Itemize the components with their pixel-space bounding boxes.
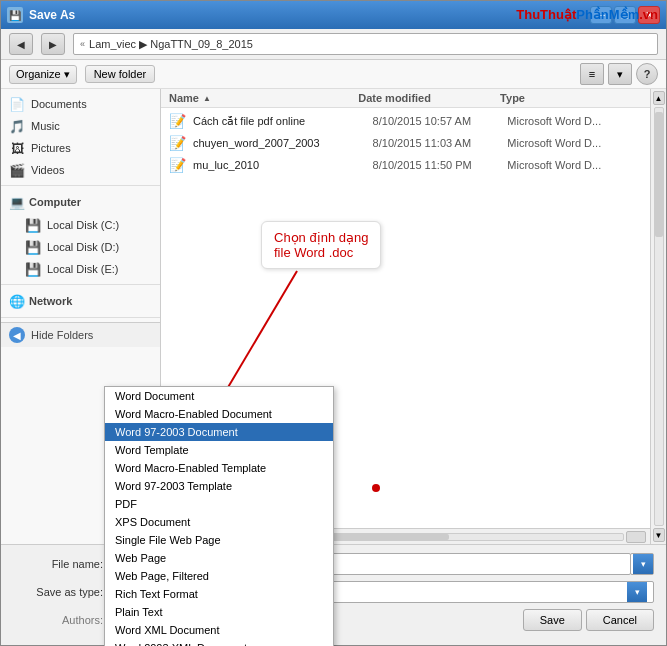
scroll-down-btn[interactable]: ▼: [653, 528, 665, 542]
minimize-button[interactable]: ─: [590, 6, 612, 24]
file-name-label: File name:: [13, 558, 103, 570]
sidebar-label-videos: Videos: [31, 164, 64, 176]
tooltip-bubble: Chọn định dạngfile Word .doc: [261, 221, 381, 269]
file-date-2: 8/10/2015 11:50 PM: [373, 159, 508, 171]
close-button[interactable]: ✕: [638, 6, 660, 24]
toolbar-right: ≡ ▾ ?: [580, 63, 658, 85]
dropdown-item[interactable]: Word Macro-Enabled Template: [105, 459, 333, 477]
window-controls: ─ □ ✕: [590, 6, 660, 24]
view-button[interactable]: ≡: [580, 63, 604, 85]
dropdown-item[interactable]: Word 2003 XML Document: [105, 639, 333, 646]
organize-label: Organize: [16, 68, 61, 80]
music-icon: 🎵: [9, 118, 25, 134]
window-icon: 💾: [7, 7, 23, 23]
address-bar[interactable]: « Lam_viec ▶ NgaTTN_09_8_2015: [73, 33, 658, 55]
dropdown-item[interactable]: Plain Text: [105, 603, 333, 621]
file-date-0: 8/10/2015 10:57 AM: [373, 115, 508, 127]
file-row[interactable]: 📝 chuyen_word_2007_2003 8/10/2015 11:03 …: [161, 132, 650, 154]
file-icon-1: 📝: [169, 135, 189, 151]
sidebar-item-local-c[interactable]: 💾 Local Disk (C:): [1, 214, 160, 236]
sidebar-section-network[interactable]: 🌐 Network: [1, 289, 160, 313]
window-title: Save As: [29, 8, 590, 22]
address-path: Lam_viec ▶ NgaTTN_09_8_2015: [89, 38, 253, 51]
v-scrollbar-track: [654, 107, 664, 526]
file-name-arrow-icon: ▾: [633, 554, 653, 574]
sidebar-item-local-e[interactable]: 💾 Local Disk (E:): [1, 258, 160, 280]
file-row[interactable]: 📝 Cách cắt file pdf online 8/10/2015 10:…: [161, 110, 650, 132]
organize-button[interactable]: Organize ▾: [9, 65, 77, 84]
sidebar-divider-1: [1, 185, 160, 186]
dropdown-item[interactable]: Web Page: [105, 549, 333, 567]
sidebar-label-pictures: Pictures: [31, 142, 71, 154]
sidebar-item-local-d[interactable]: 💾 Local Disk (D:): [1, 236, 160, 258]
file-icon-2: 📝: [169, 157, 189, 173]
sidebar-item-documents[interactable]: 📄 Documents: [1, 93, 160, 115]
dropdown-item[interactable]: Web Page, Filtered: [105, 567, 333, 585]
forward-button[interactable]: ▶: [41, 33, 65, 55]
dropdown-item[interactable]: Word Document: [105, 387, 333, 405]
file-type-1: Microsoft Word D...: [507, 137, 642, 149]
sidebar-section-computer[interactable]: 💻 Computer: [1, 190, 160, 214]
sidebar-label-music: Music: [31, 120, 60, 132]
save-as-type-dropdown: Word DocumentWord Macro-Enabled Document…: [104, 386, 334, 646]
disk-c-icon: 💾: [25, 217, 41, 233]
sidebar-item-pictures[interactable]: 🖼 Pictures: [1, 137, 160, 159]
dropdown-item[interactable]: PDF: [105, 495, 333, 513]
file-type-0: Microsoft Word D...: [507, 115, 642, 127]
file-name-1: chuyen_word_2007_2003: [193, 137, 373, 149]
sidebar-item-music[interactable]: 🎵 Music: [1, 115, 160, 137]
computer-icon: 💻: [9, 194, 25, 210]
address-chevron: «: [80, 39, 85, 49]
new-folder-button[interactable]: New folder: [85, 65, 156, 83]
new-folder-label: New folder: [94, 68, 147, 80]
hide-folders-button[interactable]: ◀ Hide Folders: [1, 322, 160, 347]
back-button[interactable]: ◀: [9, 33, 33, 55]
col-name-sort: ▲: [203, 94, 211, 103]
videos-icon: 🎬: [9, 162, 25, 178]
save-as-label: Save as type:: [13, 586, 103, 598]
hide-folders-label: Hide Folders: [31, 329, 93, 341]
organize-chevron: ▾: [64, 68, 70, 81]
network-icon: 🌐: [9, 293, 25, 309]
cancel-button[interactable]: Cancel: [586, 609, 654, 631]
sidebar-item-videos[interactable]: 🎬 Videos: [1, 159, 160, 181]
hide-folders-icon: ◀: [9, 327, 25, 343]
disk-d-label: Local Disk (D:): [47, 241, 119, 253]
dropdown-item[interactable]: Word 97-2003 Template: [105, 477, 333, 495]
maximize-button[interactable]: □: [614, 6, 636, 24]
dropdown-item[interactable]: Word Macro-Enabled Document: [105, 405, 333, 423]
disk-d-icon: 💾: [25, 239, 41, 255]
dropdown-item[interactable]: Word Template: [105, 441, 333, 459]
col-type-label: Type: [500, 92, 642, 104]
dropdown-item[interactable]: Rich Text Format: [105, 585, 333, 603]
dropdown-item[interactable]: Word 97-2003 Document: [105, 423, 333, 441]
title-bar: 💾 Save As ThuThuậtPhầnMềm.vn ─ □ ✕: [1, 1, 666, 29]
dropdown-item[interactable]: XPS Document: [105, 513, 333, 531]
sidebar-divider-2: [1, 284, 160, 285]
col-date-label: Date modified: [358, 92, 500, 104]
disk-e-label: Local Disk (E:): [47, 263, 119, 275]
file-name-dropdown-btn[interactable]: ▾: [630, 553, 654, 575]
file-date-1: 8/10/2015 11:03 AM: [373, 137, 508, 149]
authors-label: Authors:: [13, 614, 103, 626]
file-name-0: Cách cắt file pdf online: [193, 115, 373, 128]
file-icon-0: 📝: [169, 113, 189, 129]
dropdown-item[interactable]: Word XML Document: [105, 621, 333, 639]
network-label: Network: [29, 295, 72, 307]
scroll-up-btn[interactable]: ▲: [653, 91, 665, 105]
save-button[interactable]: Save: [523, 609, 582, 631]
v-scrollbar-thumb[interactable]: [655, 112, 663, 237]
help-button[interactable]: ?: [636, 63, 658, 85]
v-scrollbar[interactable]: ▲ ▼: [650, 89, 666, 544]
sidebar-label-documents: Documents: [31, 98, 87, 110]
pictures-icon: 🖼: [9, 140, 25, 156]
dropdown-item[interactable]: Single File Web Page: [105, 531, 333, 549]
file-row[interactable]: 📝 mu_luc_2010 8/10/2015 11:50 PM Microso…: [161, 154, 650, 176]
nav-toolbar: ◀ ▶ « Lam_viec ▶ NgaTTN_09_8_2015: [1, 29, 666, 60]
scroll-right-btn[interactable]: [626, 531, 646, 543]
view-dropdown-button[interactable]: ▾: [608, 63, 632, 85]
col-name-label: Name: [169, 92, 199, 104]
save-as-dialog: 💾 Save As ThuThuậtPhầnMềm.vn ─ □ ✕ ◀ ▶ «…: [0, 0, 667, 646]
file-name-2: mu_luc_2010: [193, 159, 373, 171]
organize-toolbar: Organize ▾ New folder ≡ ▾ ?: [1, 60, 666, 89]
